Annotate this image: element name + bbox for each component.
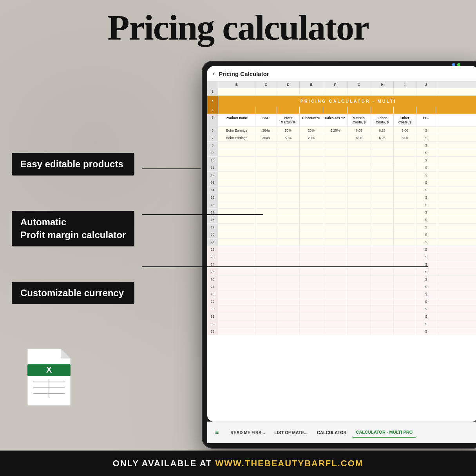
svg-marker-1 [61, 349, 71, 358]
table-row: 24 $ [207, 261, 476, 268]
table-row: 21 $ [207, 239, 476, 246]
title-section: Pricing calculator [0, 8, 476, 47]
corner-cell [207, 81, 218, 88]
col-c-header: C [255, 81, 277, 88]
tab-calculator-multi-pro[interactable]: CALCULATOR - MULTI PRO [352, 427, 416, 438]
col-sku: SKU [255, 114, 277, 127]
back-arrow[interactable]: ‹ [213, 70, 215, 77]
device-screen: ‹ Pricing Calculator B C D E F G H I J [207, 66, 476, 422]
empty-pink-rows-section: 22 $ 23 $ 24 [207, 246, 476, 335]
col-material-costs: MaterialCosts, $ [347, 114, 371, 127]
table-row: 28 $ [207, 291, 476, 298]
table-row: 18 $ [207, 216, 476, 224]
table-row: 30 $ [207, 306, 476, 313]
col-other-costs: OtherCosts, $ [394, 114, 416, 127]
table-row: 17 $ [207, 209, 476, 216]
col-price: Pr... [416, 114, 436, 127]
col-product-name: Product name [218, 114, 255, 127]
column-headers-row: 5 Product name SKU ProfitMargin % Discou… [207, 114, 476, 127]
bottom-bar: ONLY AVAILABLE AT WWW.THEBEAUTYBARFL.COM [0, 451, 476, 476]
table-row: 25 $ [207, 268, 476, 276]
table-row: 6 Boho Earrings 364a 50% 20% 6.25% 6.05 … [207, 127, 476, 134]
sheet-title: Pricing Calculator [219, 71, 269, 77]
table-row: 31 $ [207, 313, 476, 320]
col-sales-tax: Sales Tax %* [323, 114, 347, 127]
banner-text: PRICING CALCULATOR - MULTI [218, 96, 476, 107]
device-tab-bar: ≡ READ ME FIRS... LIST OF MATE... CALCUL… [207, 422, 476, 443]
table-row: 23 $ [207, 253, 476, 261]
col-labor-costs: LaborCosts, $ [371, 114, 394, 127]
table-row: 11 $ [207, 164, 476, 172]
table-row: 13 $ [207, 179, 476, 186]
banner-row: 3 PRICING CALCULATOR - MULTI [207, 96, 476, 107]
col-f-header: F [323, 81, 347, 88]
camera-notch [452, 63, 460, 66]
col-profit-margin: ProfitMargin % [277, 114, 300, 127]
excel-icon: X [24, 349, 74, 409]
bottom-bar-link[interactable]: WWW.THEBEAUTYBARFL.COM [215, 458, 364, 468]
connector-line-1 [142, 168, 201, 169]
table-row: 12 $ [207, 172, 476, 179]
col-g-header: G [347, 81, 371, 88]
labels-section: Easy editable products AutomaticProfit m… [12, 153, 134, 304]
table-row: 20 $ [207, 231, 476, 239]
connector-line-2 [142, 214, 263, 215]
col-e-header: E [300, 81, 323, 88]
table-row: 16 $ [207, 201, 476, 209]
col-headers-row: B C D E F G H I J [207, 81, 476, 88]
table-row: 7 Boho Earrings 364a 50% 20% 6.05 6.25 3… [207, 134, 476, 142]
table-row: 27 $ [207, 283, 476, 291]
table-row: 1 [207, 88, 476, 96]
device-frame: ‹ Pricing Calculator B C D E F G H I J [202, 61, 476, 449]
sheet-header: ‹ Pricing Calculator [207, 66, 476, 81]
table-row: 15 $ [207, 194, 476, 201]
table-row: 33 $ [207, 328, 476, 335]
table-row: 8 $ [207, 142, 476, 149]
camera-dot-blue [452, 63, 455, 66]
sheet-body: B C D E F G H I J 1 [207, 81, 476, 335]
col-discount: Discount % [300, 114, 323, 127]
bottom-bar-text: ONLY AVAILABLE AT WWW.THEBEAUTYBARFL.COM [113, 458, 363, 469]
empty-rows-section: 8 $ 9 $ 10 [207, 142, 476, 246]
col-j-header: J [416, 81, 436, 88]
col-h-header: H [371, 81, 394, 88]
label-profit-margin: AutomaticProfit margin calculator [12, 211, 134, 246]
table-row: 4 [207, 107, 476, 114]
svg-text:X: X [46, 365, 52, 375]
tab-hamburger[interactable]: ≡ [211, 427, 223, 438]
col-d-header: D [277, 81, 300, 88]
label-currency: Customizable currency [12, 282, 134, 304]
connector-line-3 [142, 266, 428, 267]
tab-list-of-materials[interactable]: LIST OF MATE... [270, 428, 311, 437]
table-row: 22 $ [207, 246, 476, 253]
table-row: 10 $ [207, 157, 476, 164]
camera-dot-green [457, 63, 460, 66]
table-row: 26 $ [207, 276, 476, 283]
label-easy-editable: Easy editable products [12, 153, 134, 176]
col-b-header: B [218, 81, 255, 88]
col-i-header: I [394, 81, 416, 88]
page-title: Pricing calculator [0, 8, 476, 47]
tab-read-me[interactable]: READ ME FIRS... [226, 428, 269, 437]
table-row: 29 $ [207, 298, 476, 306]
table-row: 9 $ [207, 149, 476, 157]
table-row: 14 $ [207, 186, 476, 194]
device-wrapper: ‹ Pricing Calculator B C D E F G H I J [202, 61, 476, 449]
table-row: 19 $ [207, 224, 476, 231]
tab-calculator[interactable]: CALCULATOR [313, 428, 350, 437]
table-row: 32 $ [207, 320, 476, 328]
